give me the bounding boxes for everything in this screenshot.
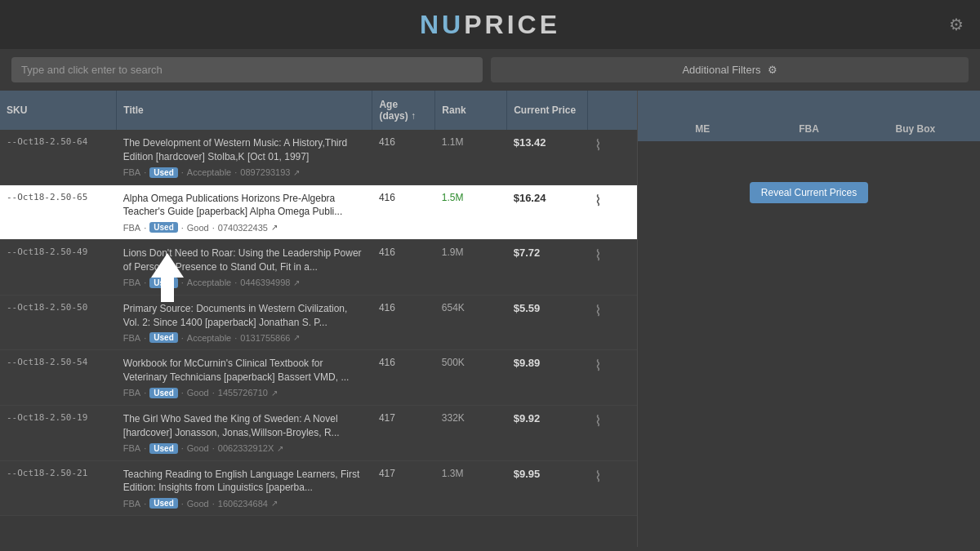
right-panel-cols: ME FBA Buy Box bbox=[638, 123, 980, 141]
sku-cell: --Oct18-2.50-50 bbox=[0, 295, 117, 350]
col-header-age[interactable]: Age (days) ↑ bbox=[372, 91, 435, 130]
rank-cell: 500K bbox=[435, 350, 507, 406]
title-sub: FBA · Used · Acceptable · 0131755866 ↗ bbox=[123, 332, 366, 343]
main-layout: SKU Title Age (days) ↑ Rank Current Pric… bbox=[0, 91, 980, 547]
condition-detail: Good bbox=[187, 499, 209, 509]
condition-badge: Used bbox=[149, 388, 177, 398]
title-cell: Alpha Omega Publications Horizons Pre-Al… bbox=[117, 184, 372, 240]
title-main: Teaching Reading to English Language Lea… bbox=[123, 468, 366, 495]
price-cell: $16.24 bbox=[507, 184, 588, 240]
external-link-icon[interactable]: ↗ bbox=[293, 333, 300, 342]
chart-icon: ⌇ bbox=[595, 247, 602, 264]
condition-detail: Good bbox=[187, 388, 209, 398]
chart-icon: ⌇ bbox=[595, 303, 602, 319]
title-sub: FBA · Used · Acceptable · 0446394998 ↗ bbox=[123, 278, 366, 288]
condition-badge: Used bbox=[149, 167, 177, 178]
rank-cell: 1.1M bbox=[435, 130, 507, 184]
logo-nu: NU bbox=[420, 10, 464, 39]
condition-detail: Acceptable bbox=[187, 167, 231, 177]
table-row[interactable]: --Oct18-2.50-54Workbook for McCurnin's C… bbox=[0, 350, 637, 406]
condition-detail: Good bbox=[187, 223, 209, 233]
chart-cell[interactable]: ⌇ bbox=[588, 350, 637, 406]
external-link-icon[interactable]: ↗ bbox=[277, 444, 283, 453]
condition-detail: Good bbox=[187, 443, 209, 453]
title-main: Lions Don't Need to Roar: Using the Lead… bbox=[123, 247, 366, 274]
title-main: Workbook for McCurnin's Clinical Textboo… bbox=[123, 357, 366, 384]
condition-badge: Used bbox=[149, 443, 177, 454]
title-sub: FBA · Used · Good · 1606234684 ↗ bbox=[123, 498, 366, 509]
chart-cell[interactable]: ⌇ bbox=[588, 460, 637, 516]
filter-icon: ⚙ bbox=[768, 64, 777, 76]
chart-icon: ⌇ bbox=[595, 413, 602, 429]
search-bar: Additional Filters ⚙ bbox=[0, 49, 980, 91]
chart-icon: ⌇ bbox=[595, 193, 602, 209]
title-sub: FBA · Used · Good · 0062332912X ↗ bbox=[123, 443, 366, 454]
asin-label: 0740322435 bbox=[218, 223, 268, 233]
age-cell: 416 bbox=[372, 184, 435, 240]
title-main: The Development of Western Music: A Hist… bbox=[123, 136, 366, 164]
chart-cell[interactable]: ⌇ bbox=[588, 405, 637, 460]
fba-label: FBA bbox=[123, 278, 140, 287]
chart-icon: ⌇ bbox=[595, 469, 602, 485]
chart-cell[interactable]: ⌇ bbox=[588, 130, 637, 184]
fba-label: FBA bbox=[123, 388, 140, 398]
app-container: NUPRICE ⚙ Additional Filters ⚙ SKU Title… bbox=[0, 0, 980, 547]
title-main: The Girl Who Saved the King of Sweden: A… bbox=[123, 412, 366, 440]
rank-cell: 332K bbox=[435, 405, 507, 460]
price-cell: $13.42 bbox=[507, 130, 588, 184]
sku-cell: --Oct18-2.50-19 bbox=[0, 405, 117, 460]
age-cell: 417 bbox=[372, 405, 435, 460]
additional-filters-button[interactable]: Additional Filters ⚙ bbox=[491, 57, 969, 82]
title-cell: The Girl Who Saved the King of Sweden: A… bbox=[117, 405, 372, 460]
sku-cell: --Oct18-2.50-21 bbox=[0, 460, 117, 516]
logo: NUPRICE bbox=[420, 10, 560, 40]
chart-icon: ⌇ bbox=[595, 137, 602, 153]
right-panel: ME FBA Buy Box Reveal Current Prices bbox=[637, 91, 980, 547]
right-panel-rows: Reveal Current Prices bbox=[638, 182, 980, 203]
settings-button[interactable]: ⚙ bbox=[949, 15, 964, 34]
reveal-prices-button[interactable]: Reveal Current Prices bbox=[750, 182, 868, 203]
table-header-row: SKU Title Age (days) ↑ Rank Current Pric… bbox=[0, 91, 637, 130]
condition-badge: Used bbox=[149, 498, 177, 509]
col-header-price[interactable]: Current Price bbox=[507, 91, 588, 130]
age-cell: 416 bbox=[372, 130, 435, 184]
sku-cell: --Oct18-2.50-65 bbox=[0, 184, 117, 240]
chart-icon: ⌇ bbox=[595, 358, 602, 374]
fba-label: FBA bbox=[123, 333, 140, 343]
table-row[interactable]: --Oct18-2.50-50Primary Source: Documents… bbox=[0, 295, 637, 350]
table-section: SKU Title Age (days) ↑ Rank Current Pric… bbox=[0, 91, 637, 547]
table-row[interactable]: --Oct18-2.50-21Teaching Reading to Engli… bbox=[0, 460, 637, 516]
chart-cell[interactable]: ⌇ bbox=[588, 240, 637, 295]
col-header-title[interactable]: Title bbox=[117, 91, 372, 130]
title-sub: FBA · Used · Acceptable · 0897293193 ↗ bbox=[123, 167, 366, 178]
title-main: Primary Source: Documents in Western Civ… bbox=[123, 302, 366, 330]
logo-price: PRICE bbox=[464, 10, 560, 39]
table-row[interactable]: --Oct18-2.50-65Alpha Omega Publications … bbox=[0, 184, 637, 240]
col-header-rank[interactable]: Rank bbox=[435, 91, 507, 130]
search-input[interactable] bbox=[11, 57, 483, 82]
table-row[interactable]: --Oct18-2.50-19The Girl Who Saved the Ki… bbox=[0, 405, 637, 460]
external-link-icon[interactable]: ↗ bbox=[293, 168, 300, 177]
external-link-icon[interactable]: ↗ bbox=[271, 389, 278, 398]
table-row[interactable]: --Oct18-2.50-64The Development of Wester… bbox=[0, 130, 637, 184]
external-link-icon[interactable]: ↗ bbox=[293, 278, 300, 287]
title-sub: FBA · Used · Good · 1455726710 ↗ bbox=[123, 388, 366, 398]
col-header-sku[interactable]: SKU bbox=[0, 91, 117, 130]
external-link-icon[interactable]: ↗ bbox=[271, 499, 278, 508]
external-link-icon[interactable]: ↗ bbox=[271, 223, 278, 232]
condition-badge: Used bbox=[149, 278, 177, 288]
condition-badge: Used bbox=[149, 222, 177, 233]
title-cell: Lions Don't Need to Roar: Using the Lead… bbox=[117, 240, 372, 295]
rank-cell: 1.5M bbox=[435, 184, 507, 240]
title-cell: The Development of Western Music: A Hist… bbox=[117, 130, 372, 184]
rank-cell: 1.9M bbox=[435, 240, 507, 295]
price-cell: $9.89 bbox=[507, 350, 588, 406]
fba-label: FBA bbox=[123, 223, 140, 233]
chart-cell[interactable]: ⌇ bbox=[588, 184, 637, 240]
right-panel-header bbox=[638, 91, 980, 123]
price-cell: $5.59 bbox=[507, 295, 588, 350]
title-cell: Teaching Reading to English Language Lea… bbox=[117, 460, 372, 516]
chart-cell[interactable]: ⌇ bbox=[588, 295, 637, 350]
condition-detail: Acceptable bbox=[187, 278, 231, 287]
table-row[interactable]: --Oct18-2.50-49Lions Don't Need to Roar:… bbox=[0, 240, 637, 295]
